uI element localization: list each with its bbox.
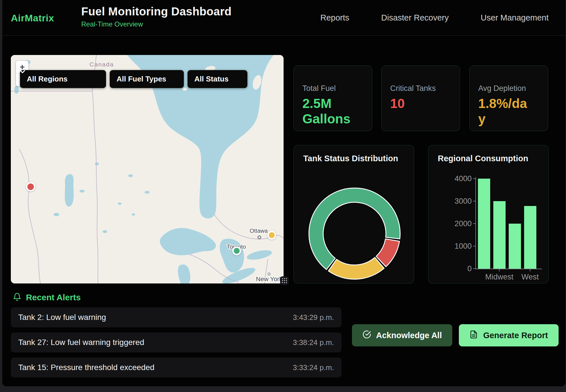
y-axis-line [475,177,476,269]
bell-icon [13,292,21,303]
x-tick-mark [530,269,530,271]
x-tick-mark [499,269,500,271]
map-filters: All Regions All Fuel Types All Status [20,70,247,88]
stat-value: 10 [390,96,440,111]
y-tick-label: 0 [439,264,472,273]
bar-region-2 [509,224,521,269]
document-icon [469,330,478,341]
tank-marker-critical[interactable] [26,182,35,191]
map-label-canada: Canada [89,61,114,68]
map-label-ottawa: Ottawa [250,228,268,234]
title-block: Fuel Monitoring Dashboard Real-Time Over… [81,5,231,28]
lake-winnipeg [65,174,74,207]
dashboard-window: AirMatrix Fuel Monitoring Dashboard Real… [2,0,565,386]
chart-title: Tank Status Distribution [303,154,398,163]
acknowledge-all-button[interactable]: Acknowledge All [352,324,452,346]
page-title: Fuel Monitoring Dashboard [81,5,231,18]
tank-marker-warning[interactable] [267,231,276,240]
stat-label: Avg Depletion [478,84,540,93]
nav-item-reports[interactable]: Reports [320,13,349,23]
y-tick-label: 4000 [439,174,472,183]
app-logo: AirMatrix [11,13,54,24]
tank-status-distribution-card: Tank Status Distribution [294,145,414,283]
x-tick-label: Midwest [482,273,516,281]
y-tick-mark [473,223,475,224]
x-tick-label: West [513,273,547,281]
alert-row[interactable]: Tank 15: Pressure threshold exceeded 3:3… [11,358,341,377]
drag-handle-icon[interactable] [280,276,289,285]
y-tick-mark [473,201,475,201]
tank-marker-normal[interactable] [232,246,241,255]
map-label-new-york: New York [256,275,283,283]
alert-timestamp: 3:38:24 p.m. [293,338,334,347]
ottawa-city-dot [258,236,261,239]
alert-timestamp: 3:43:29 p.m. [293,313,334,322]
chart-title: Regional Consumption [438,154,528,163]
nav-item-user-management[interactable]: User Management [481,13,549,23]
alert-timestamp: 3:33:24 p.m. [293,363,334,372]
y-tick-label: 3000 [439,197,472,206]
tank-map[interactable]: Canada Ottawa Toronto New York + − All R… [11,55,284,283]
alert-message: Tank 27: Low fuel warning triggered [18,338,144,347]
stat-card-total-fuel: Total Fuel 2.5M Gallons [294,66,372,131]
generate-report-button[interactable]: Generate Report [459,324,559,346]
x-axis-line [475,269,542,269]
donut-segment-warning [328,258,384,279]
tank-status-donut-chart [294,145,414,283]
fuel-type-filter-dropdown[interactable]: All Fuel Types [110,70,184,88]
bar-region-0 [478,179,490,269]
region-filter-value: All Regions [27,75,68,83]
alert-row[interactable]: Tank 2: Low fuel warning 3:43:29 p.m. [11,307,341,327]
regional-consumption-bar-chart: 01000200030004000MidwestWest [428,145,549,283]
stat-value: 2.5M Gallons [302,96,352,127]
stat-card-critical-tanks: Critical Tanks 10 [381,66,460,131]
bar-region-1 [493,201,506,269]
status-filter-dropdown[interactable]: All Status [188,70,247,88]
y-tick-mark [473,178,475,179]
recent-alerts-title: Recent Alerts [26,293,81,302]
main-nav: Reports Disaster Recovery User Managemen… [320,0,549,35]
fuel-type-filter-value: All Fuel Types [117,75,166,83]
alert-message: Tank 2: Low fuel warning [18,313,106,322]
header: AirMatrix Fuel Monitoring Dashboard Real… [2,0,565,36]
page-subtitle: Real-Time Overview [81,20,231,28]
stat-label: Total Fuel [302,84,364,93]
stat-value: 1.8%/day [478,96,528,127]
recent-alerts-header: Recent Alerts [13,292,81,303]
generate-report-label: Generate Report [483,331,548,340]
alert-row[interactable]: Tank 27: Low fuel warning triggered 3:38… [11,332,341,352]
y-tick-label: 1000 [439,242,472,251]
bar-region-3 [524,206,536,269]
region-filter-dropdown[interactable]: All Regions [20,70,106,88]
y-tick-mark [473,246,475,246]
acknowledge-all-label: Acknowledge All [376,331,442,340]
new-york-city-dot [268,273,270,275]
regional-consumption-card: Regional Consumption 01000200030004000Mi… [428,145,549,283]
status-filter-value: All Status [194,75,229,83]
alert-message: Tank 15: Pressure threshold exceeded [18,363,154,372]
map-canvas: Canada Ottawa Toronto New York [11,55,284,283]
nav-item-disaster-recovery[interactable]: Disaster Recovery [381,13,449,23]
y-tick-mark [473,268,475,269]
stat-label: Critical Tanks [390,84,452,93]
stat-card-avg-depletion: Avg Depletion 1.8%/day [469,66,548,131]
check-circle-icon [363,330,371,341]
y-tick-label: 2000 [439,219,472,228]
